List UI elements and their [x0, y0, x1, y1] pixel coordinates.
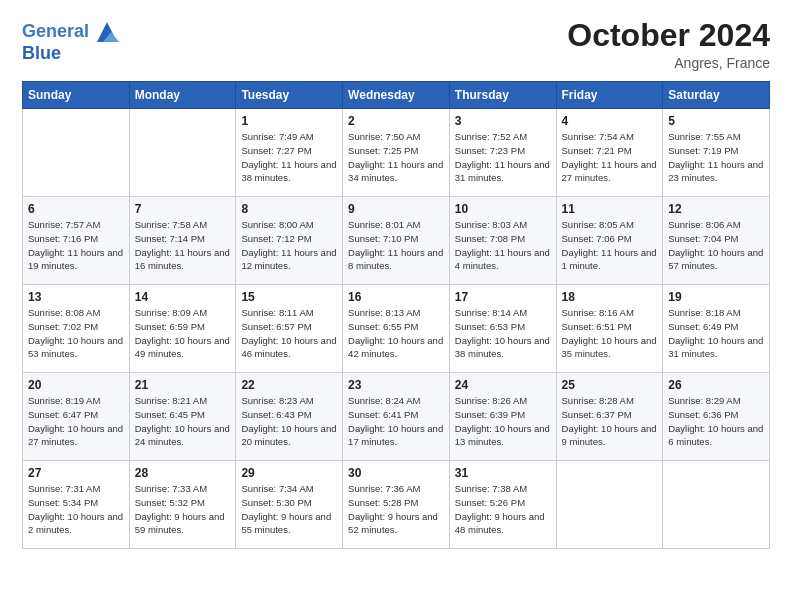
- week-row-4: 20Sunrise: 8:19 AMSunset: 6:47 PMDayligh…: [23, 373, 770, 461]
- weekday-wednesday: Wednesday: [343, 82, 450, 109]
- day-number: 27: [28, 466, 124, 480]
- day-cell: [663, 461, 770, 549]
- day-number: 10: [455, 202, 551, 216]
- day-info: Sunrise: 7:49 AMSunset: 7:27 PMDaylight:…: [241, 130, 337, 185]
- day-info: Sunrise: 8:26 AMSunset: 6:39 PMDaylight:…: [455, 394, 551, 449]
- day-info: Sunrise: 8:21 AMSunset: 6:45 PMDaylight:…: [135, 394, 231, 449]
- day-cell: [129, 109, 236, 197]
- day-cell: 21Sunrise: 8:21 AMSunset: 6:45 PMDayligh…: [129, 373, 236, 461]
- day-info: Sunrise: 8:14 AMSunset: 6:53 PMDaylight:…: [455, 306, 551, 361]
- day-number: 17: [455, 290, 551, 304]
- day-number: 15: [241, 290, 337, 304]
- weekday-thursday: Thursday: [449, 82, 556, 109]
- day-cell: 1Sunrise: 7:49 AMSunset: 7:27 PMDaylight…: [236, 109, 343, 197]
- day-info: Sunrise: 7:36 AMSunset: 5:28 PMDaylight:…: [348, 482, 444, 537]
- day-number: 25: [562, 378, 658, 392]
- day-number: 30: [348, 466, 444, 480]
- day-cell: 2Sunrise: 7:50 AMSunset: 7:25 PMDaylight…: [343, 109, 450, 197]
- logo-icon: [93, 18, 121, 46]
- day-cell: 10Sunrise: 8:03 AMSunset: 7:08 PMDayligh…: [449, 197, 556, 285]
- day-info: Sunrise: 7:54 AMSunset: 7:21 PMDaylight:…: [562, 130, 658, 185]
- page: General Blue October 2024 Angres, France…: [0, 0, 792, 612]
- day-cell: 22Sunrise: 8:23 AMSunset: 6:43 PMDayligh…: [236, 373, 343, 461]
- location-subtitle: Angres, France: [567, 55, 770, 71]
- day-info: Sunrise: 7:33 AMSunset: 5:32 PMDaylight:…: [135, 482, 231, 537]
- day-number: 8: [241, 202, 337, 216]
- day-cell: 19Sunrise: 8:18 AMSunset: 6:49 PMDayligh…: [663, 285, 770, 373]
- week-row-2: 6Sunrise: 7:57 AMSunset: 7:16 PMDaylight…: [23, 197, 770, 285]
- day-info: Sunrise: 8:11 AMSunset: 6:57 PMDaylight:…: [241, 306, 337, 361]
- day-info: Sunrise: 8:09 AMSunset: 6:59 PMDaylight:…: [135, 306, 231, 361]
- day-number: 19: [668, 290, 764, 304]
- day-cell: 7Sunrise: 7:58 AMSunset: 7:14 PMDaylight…: [129, 197, 236, 285]
- day-number: 6: [28, 202, 124, 216]
- day-number: 13: [28, 290, 124, 304]
- day-number: 20: [28, 378, 124, 392]
- day-info: Sunrise: 7:55 AMSunset: 7:19 PMDaylight:…: [668, 130, 764, 185]
- day-info: Sunrise: 8:01 AMSunset: 7:10 PMDaylight:…: [348, 218, 444, 273]
- day-cell: 27Sunrise: 7:31 AMSunset: 5:34 PMDayligh…: [23, 461, 130, 549]
- weekday-sunday: Sunday: [23, 82, 130, 109]
- title-block: October 2024 Angres, France: [567, 18, 770, 71]
- day-cell: 31Sunrise: 7:38 AMSunset: 5:26 PMDayligh…: [449, 461, 556, 549]
- day-number: 5: [668, 114, 764, 128]
- day-cell: 14Sunrise: 8:09 AMSunset: 6:59 PMDayligh…: [129, 285, 236, 373]
- day-cell: 29Sunrise: 7:34 AMSunset: 5:30 PMDayligh…: [236, 461, 343, 549]
- day-info: Sunrise: 8:28 AMSunset: 6:37 PMDaylight:…: [562, 394, 658, 449]
- day-info: Sunrise: 7:31 AMSunset: 5:34 PMDaylight:…: [28, 482, 124, 537]
- day-info: Sunrise: 7:52 AMSunset: 7:23 PMDaylight:…: [455, 130, 551, 185]
- day-info: Sunrise: 8:29 AMSunset: 6:36 PMDaylight:…: [668, 394, 764, 449]
- weekday-friday: Friday: [556, 82, 663, 109]
- day-number: 3: [455, 114, 551, 128]
- day-cell: [23, 109, 130, 197]
- day-cell: 24Sunrise: 8:26 AMSunset: 6:39 PMDayligh…: [449, 373, 556, 461]
- day-info: Sunrise: 8:03 AMSunset: 7:08 PMDaylight:…: [455, 218, 551, 273]
- day-info: Sunrise: 8:13 AMSunset: 6:55 PMDaylight:…: [348, 306, 444, 361]
- weekday-header-row: SundayMondayTuesdayWednesdayThursdayFrid…: [23, 82, 770, 109]
- day-number: 31: [455, 466, 551, 480]
- logo-blue: Blue: [22, 44, 121, 64]
- day-info: Sunrise: 8:08 AMSunset: 7:02 PMDaylight:…: [28, 306, 124, 361]
- day-info: Sunrise: 7:34 AMSunset: 5:30 PMDaylight:…: [241, 482, 337, 537]
- day-cell: 12Sunrise: 8:06 AMSunset: 7:04 PMDayligh…: [663, 197, 770, 285]
- day-info: Sunrise: 7:57 AMSunset: 7:16 PMDaylight:…: [28, 218, 124, 273]
- day-cell: 26Sunrise: 8:29 AMSunset: 6:36 PMDayligh…: [663, 373, 770, 461]
- day-info: Sunrise: 8:06 AMSunset: 7:04 PMDaylight:…: [668, 218, 764, 273]
- day-cell: 15Sunrise: 8:11 AMSunset: 6:57 PMDayligh…: [236, 285, 343, 373]
- logo-text: General: [22, 22, 89, 42]
- weekday-tuesday: Tuesday: [236, 82, 343, 109]
- day-info: Sunrise: 8:23 AMSunset: 6:43 PMDaylight:…: [241, 394, 337, 449]
- logo-general: General: [22, 21, 89, 41]
- day-number: 2: [348, 114, 444, 128]
- day-number: 24: [455, 378, 551, 392]
- day-info: Sunrise: 8:19 AMSunset: 6:47 PMDaylight:…: [28, 394, 124, 449]
- day-number: 7: [135, 202, 231, 216]
- day-cell: 6Sunrise: 7:57 AMSunset: 7:16 PMDaylight…: [23, 197, 130, 285]
- day-info: Sunrise: 7:58 AMSunset: 7:14 PMDaylight:…: [135, 218, 231, 273]
- day-info: Sunrise: 8:05 AMSunset: 7:06 PMDaylight:…: [562, 218, 658, 273]
- day-cell: 16Sunrise: 8:13 AMSunset: 6:55 PMDayligh…: [343, 285, 450, 373]
- week-row-3: 13Sunrise: 8:08 AMSunset: 7:02 PMDayligh…: [23, 285, 770, 373]
- day-number: 26: [668, 378, 764, 392]
- day-number: 16: [348, 290, 444, 304]
- weekday-saturday: Saturday: [663, 82, 770, 109]
- day-number: 18: [562, 290, 658, 304]
- day-number: 12: [668, 202, 764, 216]
- day-cell: 13Sunrise: 8:08 AMSunset: 7:02 PMDayligh…: [23, 285, 130, 373]
- day-cell: 17Sunrise: 8:14 AMSunset: 6:53 PMDayligh…: [449, 285, 556, 373]
- week-row-1: 1Sunrise: 7:49 AMSunset: 7:27 PMDaylight…: [23, 109, 770, 197]
- day-number: 23: [348, 378, 444, 392]
- day-number: 1: [241, 114, 337, 128]
- day-cell: 9Sunrise: 8:01 AMSunset: 7:10 PMDaylight…: [343, 197, 450, 285]
- day-cell: [556, 461, 663, 549]
- day-cell: 30Sunrise: 7:36 AMSunset: 5:28 PMDayligh…: [343, 461, 450, 549]
- day-cell: 8Sunrise: 8:00 AMSunset: 7:12 PMDaylight…: [236, 197, 343, 285]
- day-info: Sunrise: 7:50 AMSunset: 7:25 PMDaylight:…: [348, 130, 444, 185]
- day-info: Sunrise: 8:00 AMSunset: 7:12 PMDaylight:…: [241, 218, 337, 273]
- day-info: Sunrise: 8:24 AMSunset: 6:41 PMDaylight:…: [348, 394, 444, 449]
- day-cell: 20Sunrise: 8:19 AMSunset: 6:47 PMDayligh…: [23, 373, 130, 461]
- day-number: 4: [562, 114, 658, 128]
- day-cell: 25Sunrise: 8:28 AMSunset: 6:37 PMDayligh…: [556, 373, 663, 461]
- day-cell: 18Sunrise: 8:16 AMSunset: 6:51 PMDayligh…: [556, 285, 663, 373]
- day-number: 22: [241, 378, 337, 392]
